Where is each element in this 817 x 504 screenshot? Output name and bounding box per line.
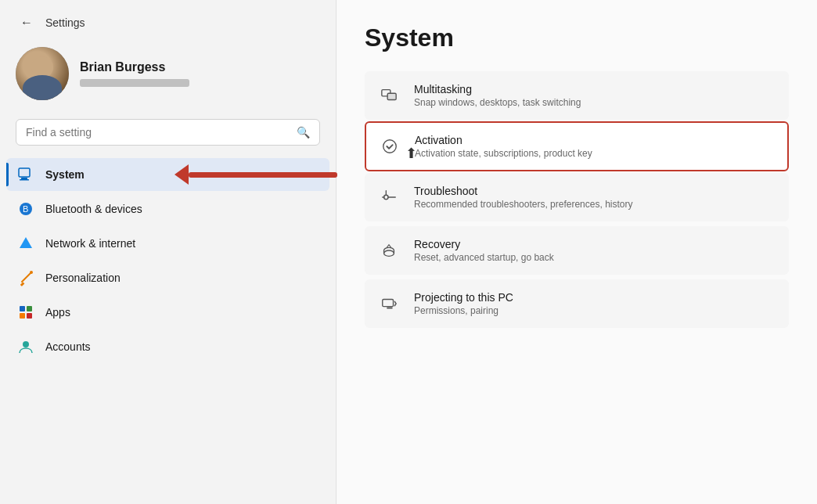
svg-marker-5 [20, 237, 32, 248]
settings-item-recovery[interactable]: Recovery Reset, advanced startup, go bac… [365, 226, 789, 275]
settings-item-desc-activation: Activation state, subscriptions, product… [415, 148, 592, 159]
settings-item-activation[interactable]: Activation Activation state, subscriptio… [365, 121, 789, 171]
svg-line-7 [22, 272, 31, 282]
settings-item-desc-multitasking: Snap windows, desktops, task switching [414, 97, 581, 108]
nav-list: System B Bluetooth & devices [0, 158, 336, 363]
search-icon: 🔍 [297, 126, 310, 139]
projecting-icon [378, 293, 400, 315]
settings-item-text-multitasking: Multitasking Snap windows, desktops, tas… [414, 83, 581, 108]
sidebar-item-personalization[interactable]: Personalization [6, 261, 329, 294]
settings-item-text-recovery: Recovery Reset, advanced startup, go bac… [414, 238, 554, 263]
search-box[interactable]: 🔍 [16, 119, 320, 146]
settings-item-text-projecting: Projecting to this PC Permissions, pairi… [414, 291, 513, 316]
sidebar: ← Settings Brian Burgess 🔍 [0, 0, 337, 504]
user-info: Brian Burgess [80, 60, 189, 87]
system-icon [17, 166, 34, 183]
sidebar-item-label-bluetooth: Bluetooth & devices [45, 203, 142, 215]
svg-rect-19 [383, 300, 394, 307]
settings-list: Multitasking Snap windows, desktops, tas… [365, 71, 789, 328]
settings-item-text-troubleshoot: Troubleshoot Recommended troubleshooters… [414, 185, 632, 210]
avatar [16, 47, 69, 100]
svg-rect-12 [27, 313, 32, 319]
recovery-icon [378, 239, 400, 261]
settings-item-desc-recovery: Reset, advanced startup, go back [414, 252, 554, 263]
svg-rect-20 [387, 308, 392, 309]
settings-title: Settings [45, 16, 85, 29]
user-section: Brian Burgess [0, 39, 336, 113]
sidebar-item-label-apps: Apps [45, 306, 70, 319]
sidebar-item-accounts[interactable]: Accounts [6, 330, 329, 363]
main-content: System Multitasking Snap windows, deskto… [337, 0, 817, 504]
sidebar-header: ← Settings [0, 0, 336, 39]
settings-item-troubleshoot[interactable]: Troubleshoot Recommended troubleshooters… [365, 173, 789, 221]
settings-item-title-activation: Activation [415, 134, 592, 146]
svg-point-16 [383, 140, 397, 153]
bluetooth-icon: B [17, 200, 34, 218]
svg-rect-9 [20, 306, 25, 311]
app-container: ← Settings Brian Burgess 🔍 [0, 0, 817, 504]
accounts-icon [17, 338, 34, 355]
settings-item-desc-projecting: Permissions, pairing [414, 305, 513, 316]
activation-icon [379, 135, 401, 157]
svg-point-8 [30, 271, 33, 274]
back-button[interactable]: ← [16, 14, 38, 31]
page-title: System [365, 23, 789, 52]
sidebar-item-label-network: Network & internet [45, 237, 135, 250]
troubleshoot-icon [378, 186, 400, 208]
user-email-bar [80, 79, 189, 87]
network-icon [17, 235, 34, 252]
svg-rect-6 [20, 282, 25, 286]
sidebar-item-label-system: System [45, 168, 85, 181]
apps-icon [17, 304, 34, 321]
svg-point-13 [23, 341, 29, 347]
svg-point-18 [384, 250, 394, 256]
nav-item-wrapper-system: System [6, 158, 329, 191]
svg-rect-1 [21, 178, 27, 179]
settings-item-multitasking[interactable]: Multitasking Snap windows, desktops, tas… [365, 71, 789, 120]
search-input[interactable] [26, 126, 290, 139]
settings-item-desc-troubleshoot: Recommended troubleshooters, preferences… [414, 199, 632, 210]
avatar-image [16, 47, 69, 100]
svg-rect-15 [387, 93, 396, 99]
personalization-icon [17, 269, 34, 286]
svg-rect-2 [20, 179, 29, 181]
settings-item-title-projecting: Projecting to this PC [414, 291, 513, 304]
multitasking-icon [378, 85, 400, 106]
settings-item-projecting[interactable]: Projecting to this PC Permissions, pairi… [365, 279, 789, 328]
settings-item-title-troubleshoot: Troubleshoot [414, 185, 632, 197]
user-name: Brian Burgess [80, 60, 189, 74]
svg-rect-0 [19, 168, 30, 177]
svg-rect-10 [27, 306, 32, 311]
svg-text:B: B [23, 204, 28, 214]
settings-item-text-activation: Activation Activation state, subscriptio… [415, 134, 592, 159]
settings-item-title-multitasking: Multitasking [414, 83, 581, 95]
settings-item-title-recovery: Recovery [414, 238, 554, 250]
svg-rect-11 [20, 313, 25, 319]
sidebar-item-network[interactable]: Network & internet [6, 227, 329, 260]
sidebar-item-bluetooth[interactable]: B Bluetooth & devices [6, 193, 329, 225]
sidebar-item-label-accounts: Accounts [45, 340, 91, 353]
sidebar-item-label-personalization: Personalization [45, 272, 121, 284]
sidebar-item-system[interactable]: System [6, 158, 329, 191]
sidebar-item-apps[interactable]: Apps [6, 296, 329, 329]
